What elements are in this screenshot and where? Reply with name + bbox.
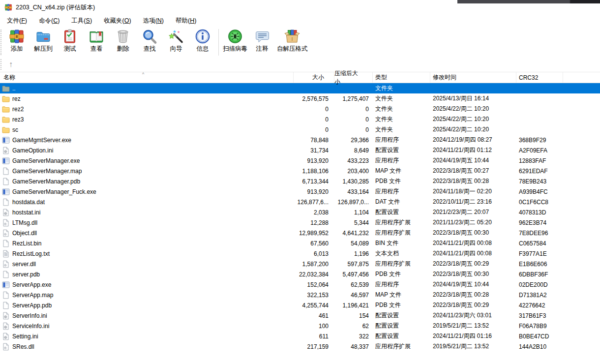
table-row[interactable]: server.pdb22,032,3845,497,456PDB 文件2022/… (0, 269, 600, 279)
table-row[interactable]: server.dll1,587,200597,875应用程序扩展2022/3/1… (0, 259, 600, 269)
file-name-cell: RezList.bin (0, 240, 294, 247)
table-row[interactable]: ServiceInfo.ini10062配置设置2019/5/21/周二 13:… (0, 321, 600, 331)
comment-button[interactable]: 注释 (249, 28, 275, 53)
menu-item-f[interactable]: 文件(F) (1, 15, 33, 28)
wizard-button[interactable]: 向导 (163, 28, 189, 53)
modified-time: 2024/4/19/周五 10:44 (430, 280, 516, 289)
find-button[interactable]: 查找 (136, 28, 163, 53)
table-row[interactable]: rez2,576,5751,275,407文件夹2025/4/13/周日 16:… (0, 93, 600, 104)
modified-time: 2024/11/21/周四 00:08 (430, 249, 516, 258)
packed-size: 5,497,456 (334, 271, 373, 278)
file-icon (2, 198, 10, 206)
addressbar: ↑ (0, 57, 600, 72)
column-header-label: CRC32 (519, 74, 538, 81)
column-header-crc32[interactable]: CRC32 (516, 72, 563, 83)
file-name: hoststat.ini (12, 209, 40, 216)
file-size: 0 (294, 106, 334, 113)
file-size: 0 (294, 116, 334, 123)
file-type: 应用程序 (373, 187, 430, 196)
table-row[interactable]: rez300文件夹2025/4/22/周二 10:20 (0, 114, 600, 124)
table-row[interactable]: ..文件夹 (0, 83, 600, 93)
modified-time: 2022/3/18/周五 00:29 (430, 260, 516, 268)
ini-icon (2, 209, 10, 216)
file-name-cell: ServerApp.map (0, 291, 294, 299)
crc32-value: A2F09EFA (516, 147, 563, 154)
table-row[interactable]: GameServerManager.pdb6,713,3441,430,285P… (0, 176, 600, 186)
crc32-value: 12883FAF (516, 157, 563, 164)
modified-time: 2025/4/22/周二 10:20 (430, 125, 516, 134)
toolbar-button-label: 测试 (64, 45, 76, 53)
file-name: GameOption.ini (12, 147, 53, 154)
background-window-strip (457, 0, 600, 3)
table-row[interactable]: sc00文件夹2025/4/22/周二 10:20 (0, 124, 600, 135)
column-header-row: ^ 名称大小压缩后大小类型修改时间CRC32 (0, 72, 600, 83)
table-row[interactable]: rez200文件夹2025/4/22/周二 10:20 (0, 104, 600, 114)
menubar: 文件(F)命令(C)工具(S)收藏夹(O)选项(N)帮助(H) (0, 15, 600, 28)
packed-size: 0 (334, 126, 373, 133)
table-row[interactable]: Setting.ini611322配置设置2024/11/21/周四 01:16… (0, 331, 600, 341)
table-row[interactable]: RezList.bin67,56054,089BIN 文件2024/11/21/… (0, 238, 600, 248)
column-header-size[interactable]: 大小 (294, 72, 334, 83)
modified-time: 2024/11/21/周四 01:12 (430, 146, 516, 154)
table-row[interactable]: ServerInfo.ini461154配置设置2024/11/23/周六 03… (0, 310, 600, 321)
table-row[interactable]: ServerApp.exe152,06462,539应用程序2024/4/19/… (0, 279, 600, 290)
crc32-value: 4078313D (516, 209, 563, 216)
test-button[interactable]: 测试 (57, 28, 83, 53)
addressbar-gripper[interactable] (0, 59, 2, 70)
file-icon (2, 291, 10, 299)
table-row[interactable]: LTMsg.dll12,2885,344应用程序扩展2021/11/23/周二 … (0, 217, 600, 228)
file-name-cell: rez2 (0, 105, 294, 113)
table-row[interactable]: GameOption.ini31,7348,649配置设置2024/11/21/… (0, 145, 600, 155)
crc32-value: 78E9B243 (516, 178, 563, 185)
file-name-cell: LTMsg.dll (0, 219, 294, 227)
column-header-type[interactable]: 类型 (373, 72, 430, 83)
view-button[interactable]: 查看 (83, 28, 110, 53)
up-one-level-button[interactable]: ↑ (5, 59, 17, 70)
scan-virus-button[interactable]: 扫描病毒 (221, 28, 249, 53)
modified-time: 2019/5/21/周二 13:52 (430, 342, 516, 351)
menu-item-n[interactable]: 选项(N) (137, 15, 170, 28)
sfx-icon (284, 29, 300, 44)
column-header-name[interactable]: 名称 (0, 72, 294, 83)
file-type: 配置设置 (373, 146, 430, 154)
file-name-cell: sc (0, 126, 294, 134)
menu-item-h[interactable]: 帮助(H) (170, 15, 202, 28)
modified-time: 2022/3/18/周五 00:30 (430, 270, 516, 278)
menu-item-o[interactable]: 收藏夹(O) (98, 15, 137, 28)
modified-time: 2025/4/22/周二 10:20 (430, 105, 516, 113)
table-row[interactable]: hostdata.dat126,877,6...126,897,0...DAT … (0, 197, 600, 207)
menu-item-c[interactable]: 命令(C) (33, 15, 65, 28)
toolbar-gripper[interactable] (0, 30, 2, 55)
extract-to-icon (35, 29, 51, 44)
column-header-label: 名称 (3, 73, 15, 82)
sfx-button[interactable]: 自解压格式 (275, 28, 309, 53)
packed-size: 46,597 (334, 292, 373, 299)
table-row[interactable]: GameServerManager.map1,188,106203,400MAP… (0, 166, 600, 176)
table-row[interactable]: Object.dll12,989,9524,641,232应用程序扩展2022/… (0, 228, 600, 238)
column-header-packed[interactable]: 压缩后大小 (334, 72, 373, 83)
file-type: 应用程序 (373, 280, 430, 289)
table-row[interactable]: ServerApp.pdb4,255,7441,196,421PDB 文件202… (0, 300, 600, 310)
packed-size: 597,875 (334, 261, 373, 268)
modified-time: 2022/3/18/周五 00:27 (430, 167, 516, 175)
crc32-value: 02DE200D (516, 281, 563, 288)
table-row[interactable]: GameServerManager.exe913,920433,223应用程序2… (0, 155, 600, 166)
column-header-mtime[interactable]: 修改时间 (430, 72, 516, 83)
table-row[interactable]: RezListLog.txt6,0131,196文本文档2024/11/21/周… (0, 248, 600, 259)
info-button[interactable]: 信息 (189, 28, 216, 53)
packed-size: 54,089 (334, 240, 373, 247)
table-row[interactable]: hoststat.ini2,0381,104配置设置2021/2/23/周二 2… (0, 207, 600, 217)
table-row[interactable]: ServerApp.map322,15346,597MAP 文件2022/3/1… (0, 290, 600, 300)
extract-to-button[interactable]: 解压到 (30, 28, 57, 53)
file-size: 4,255,744 (294, 302, 334, 309)
packed-size: 29,366 (334, 137, 373, 144)
table-row[interactable]: GameMgmtServer.exe78,84829,366应用程序2024/1… (0, 135, 600, 145)
table-row[interactable]: GameServerManager_Fuck.exe913,920433,164… (0, 186, 600, 197)
table-row[interactable]: SRes.dll217,15948,337应用程序扩展2019/5/21/周二 … (0, 341, 600, 352)
modified-time: 2021/2/23/周二 20:07 (430, 208, 516, 216)
file-name-cell: GameServerManager_Fuck.exe (0, 188, 294, 196)
delete-button[interactable]: 删除 (110, 28, 136, 53)
file-size: 152,064 (294, 281, 334, 288)
menu-item-s[interactable]: 工具(S) (65, 15, 98, 28)
add-button[interactable]: 添加 (3, 28, 30, 53)
